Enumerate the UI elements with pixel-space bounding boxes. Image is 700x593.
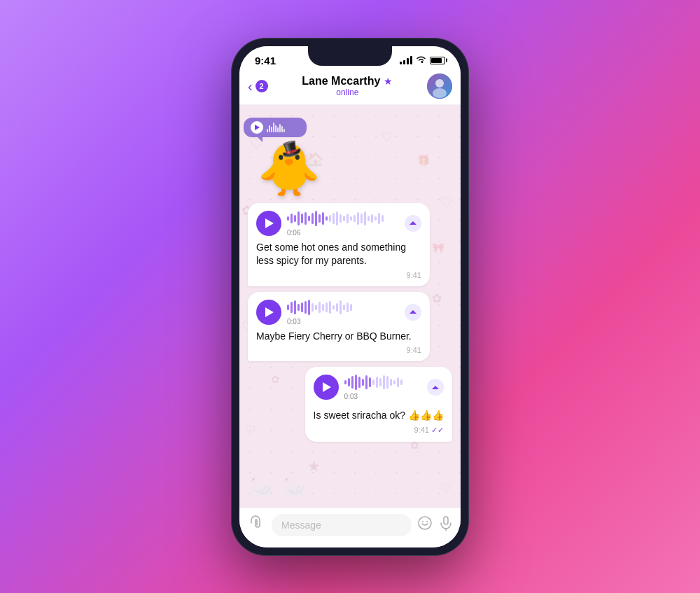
waveform-2: 0:03 — [287, 299, 399, 326]
play-icon-3 — [323, 382, 331, 392]
message-1: 0:06 Get some hot ones and something les… — [248, 203, 430, 286]
avatar[interactable] — [427, 74, 452, 99]
collapse-button-3[interactable] — [427, 379, 444, 396]
attach-button[interactable] — [246, 515, 266, 534]
chevron-up-icon-2 — [410, 310, 416, 314]
voice-duration-3: 0:03 — [344, 393, 421, 400]
back-button[interactable]: ‹ — [248, 79, 253, 93]
battery-icon — [430, 57, 445, 64]
message-text-2: Maybe Fiery Cherry or BBQ Burner. — [256, 330, 421, 344]
contact-name-row: Lane Mccarthy ★ — [274, 75, 421, 88]
header-left: ‹ 2 — [248, 79, 268, 93]
msg-time-1: 9:41 — [407, 271, 421, 279]
message-3: 0:03 Is sweet sriracha ok? 👍👍👍 9:41 ✓✓ — [305, 367, 452, 442]
voice-row-3: 0:03 — [314, 374, 444, 400]
voice-row-2: 0:03 — [256, 299, 421, 326]
message-text-3: Is sweet sriracha ok? 👍👍👍 — [314, 409, 444, 423]
outgoing-wrapper: 0:03 Is sweet sriracha ok? 👍👍👍 9:41 ✓✓ — [248, 367, 452, 442]
message-input[interactable]: Message — [272, 514, 412, 536]
play-icon-1 — [265, 218, 274, 228]
collapse-button-2[interactable] — [405, 304, 421, 321]
voice-duration-2: 0:03 — [287, 318, 399, 326]
play-button-2[interactable] — [256, 300, 281, 325]
chevron-up-icon-3 — [432, 386, 439, 389]
msg-meta-1: 9:41 — [256, 271, 421, 279]
waveform-1: 0:06 — [287, 210, 399, 237]
svg-point-27 — [422, 521, 424, 522]
read-ticks-3: ✓✓ — [431, 426, 444, 435]
voice-duration-1: 0:06 — [287, 229, 399, 237]
svg-point-26 — [419, 517, 431, 529]
collapse-button-1[interactable] — [405, 215, 421, 232]
signal-icon — [400, 56, 412, 64]
microphone-button[interactable] — [438, 515, 454, 534]
msg-time-2: 9:41 — [407, 346, 421, 354]
phone-screen: 9:41 — [239, 46, 461, 547]
notch — [308, 46, 392, 66]
message-placeholder: Message — [281, 519, 321, 531]
msg-meta-2: 9:41 — [256, 346, 421, 354]
sticker-message: 🐥 🎩 — [248, 111, 452, 195]
sticker-button[interactable] — [417, 515, 433, 534]
chat-header: ‹ 2 Lane Mccarthy ★ online — [239, 69, 461, 105]
msg-meta-3: 9:41 ✓✓ — [314, 426, 444, 435]
chat-scroll: 🐥 🎩 — [239, 105, 461, 508]
svg-point-2 — [433, 88, 447, 98]
waveform-3: 0:03 — [344, 374, 421, 400]
header-center: Lane Mccarthy ★ online — [274, 75, 421, 97]
star-icon[interactable]: ★ — [384, 76, 393, 87]
play-icon-2 — [265, 307, 274, 317]
status-time: 9:41 — [255, 55, 276, 67]
msg-time-3: 9:41 — [414, 426, 429, 434]
chat-input-bar: Message — [239, 508, 461, 547]
chat-area: ♡ ✿ ♡ 🎁 ♡ ✿ ★ ♡ ✿ ♡ ✿ ♡ ♡ ♡ ✿ ★ ♡ — [239, 105, 461, 508]
voice-row-1: 0:06 — [256, 210, 421, 237]
status-icons — [400, 55, 445, 66]
message-2: 0:03 Maybe Fiery Cherry or BBQ Burner. 9… — [248, 292, 430, 362]
wifi-icon — [416, 55, 426, 66]
svg-point-1 — [435, 79, 444, 88]
phone-frame: 9:41 — [231, 38, 469, 556]
message-text-1: Get some hot ones and something less spi… — [256, 241, 421, 268]
svg-point-28 — [426, 521, 428, 522]
play-button-3[interactable] — [314, 375, 339, 400]
unread-badge: 2 — [255, 80, 268, 92]
contact-status: online — [274, 88, 421, 97]
play-button-1[interactable] — [256, 211, 281, 236]
chevron-up-icon-1 — [410, 221, 416, 225]
contact-name: Lane Mccarthy — [302, 75, 380, 88]
svg-rect-29 — [444, 517, 448, 524]
